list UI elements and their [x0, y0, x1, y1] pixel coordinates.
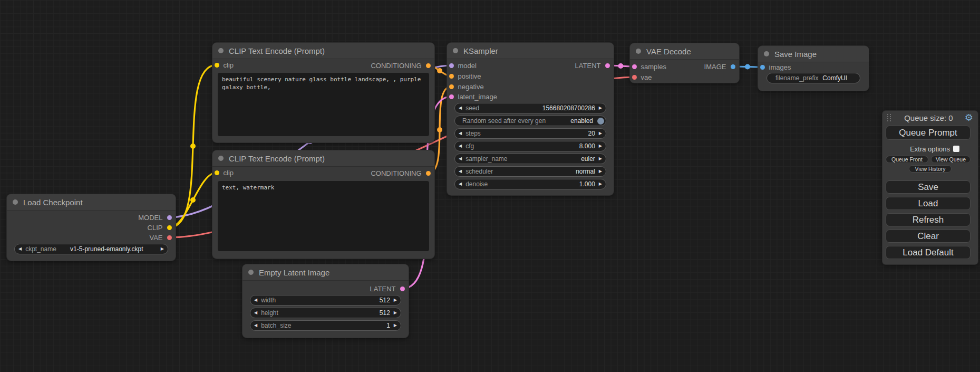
prompt-textarea[interactable]: text, watermark [218, 181, 429, 251]
clear-button[interactable]: Clear [886, 230, 971, 243]
collapse-dot-icon[interactable] [764, 51, 769, 56]
input-dot-negative[interactable] [449, 84, 454, 89]
increment-arrow-icon[interactable]: ▶ [157, 244, 168, 254]
decrement-arrow-icon[interactable]: ◀ [250, 295, 261, 306]
queue-prompt-button[interactable]: Queue Prompt [886, 126, 971, 140]
input-dot-latent_image[interactable] [449, 94, 454, 99]
decrement-arrow-icon[interactable]: ◀ [250, 308, 261, 318]
widget-batch_size[interactable]: ◀batch_size1▶ [250, 320, 401, 331]
increment-arrow-icon[interactable]: ▶ [595, 179, 606, 189]
decrement-arrow-icon[interactable]: ◀ [250, 320, 261, 331]
output-dot-model[interactable] [167, 215, 172, 220]
collapse-dot-icon[interactable] [218, 156, 224, 161]
input-dot-model[interactable] [449, 63, 454, 68]
node-clip-text-encode-negative[interactable]: CLIP Text Encode (Prompt)clipCONDITIONIN… [212, 150, 434, 259]
output-dot-clip[interactable] [167, 225, 172, 230]
input-slot-images[interactable]: images [760, 63, 791, 71]
gear-icon[interactable]: ⚙ [965, 113, 973, 122]
output-slot-clip[interactable]: CLIP [148, 223, 172, 232]
input-slot-samples[interactable]: samples [632, 62, 666, 71]
node-title-bar[interactable]: VAE Decode [630, 43, 739, 60]
output-dot-latent[interactable] [605, 63, 610, 68]
increment-arrow-icon[interactable]: ▶ [390, 320, 401, 331]
output-slot-latent[interactable]: LATENT [575, 61, 610, 70]
output-slot-latent[interactable]: LATENT [370, 284, 405, 293]
drag-handle-icon[interactable] [887, 114, 892, 121]
output-slot-conditioning[interactable]: CONDITIONING [371, 61, 430, 70]
output-dot-image[interactable] [731, 64, 735, 69]
prompt-textarea[interactable]: beautiful scenery nature glass bottle la… [218, 73, 429, 136]
decrement-arrow-icon[interactable]: ◀ [455, 141, 465, 151]
collapse-dot-icon[interactable] [453, 48, 458, 53]
view-history-button[interactable]: View History [909, 165, 952, 173]
widget-scheduler[interactable]: ◀schedulernormal▶ [454, 166, 606, 177]
increment-arrow-icon[interactable]: ▶ [390, 308, 401, 318]
input-slot-clip[interactable]: clip [215, 61, 234, 69]
toggle-dot[interactable] [597, 118, 604, 125]
input-dot-samples[interactable] [632, 64, 637, 69]
output-dot-conditioning[interactable] [426, 171, 431, 176]
output-dot-latent[interactable] [400, 287, 405, 291]
decrement-arrow-icon[interactable]: ◀ [455, 166, 465, 177]
output-slot-vae[interactable]: VAE [149, 233, 171, 242]
decrement-arrow-icon[interactable]: ◀ [455, 103, 465, 113]
collapse-dot-icon[interactable] [248, 270, 254, 275]
input-dot-clip[interactable] [215, 170, 219, 175]
output-dot-conditioning[interactable] [426, 63, 431, 68]
node-vae-decode[interactable]: VAE DecodesamplesvaeIMAGE [630, 43, 739, 83]
widget-steps[interactable]: ◀steps20▶ [454, 128, 606, 139]
widget-filename_prefix[interactable]: filename_prefixComfyUI [766, 73, 860, 83]
input-slot-positive[interactable]: positive [449, 72, 481, 80]
widget-random-seed-after-every-gen[interactable]: Random seed after every genenabled [454, 116, 606, 126]
node-title-bar[interactable]: Save Image [758, 46, 869, 62]
load-default-button[interactable]: Load Default [886, 246, 971, 259]
load-button[interactable]: Load [886, 197, 971, 210]
extra-options-checkbox[interactable] [953, 146, 959, 152]
decrement-arrow-icon[interactable]: ◀ [15, 244, 25, 254]
output-slot-image[interactable]: IMAGE [704, 62, 735, 71]
input-dot-positive[interactable] [449, 74, 454, 79]
output-slot-conditioning[interactable]: CONDITIONING [371, 169, 430, 177]
input-dot-clip[interactable] [215, 63, 219, 68]
widget-seed[interactable]: ◀seed156680208700286▶ [454, 103, 606, 113]
input-slot-latent_image[interactable]: latent_image [449, 92, 497, 101]
input-slot-model[interactable]: model [449, 61, 477, 70]
increment-arrow-icon[interactable]: ▶ [595, 103, 606, 113]
refresh-button[interactable]: Refresh [886, 213, 971, 226]
decrement-arrow-icon[interactable]: ◀ [455, 179, 465, 189]
node-load-checkpoint[interactable]: Load CheckpointMODELCLIPVAE◀ckpt_namev1-… [7, 194, 176, 261]
increment-arrow-icon[interactable]: ▶ [595, 141, 606, 151]
widget-ckpt_name[interactable]: ◀ckpt_namev1-5-pruned-emaonly.ckpt▶ [14, 244, 168, 254]
node-title-bar[interactable]: CLIP Text Encode (Prompt) [212, 43, 434, 59]
output-dot-vae[interactable] [167, 235, 172, 240]
input-dot-vae[interactable] [632, 75, 637, 80]
collapse-dot-icon[interactable] [218, 48, 224, 53]
widget-denoise[interactable]: ◀denoise1.000▶ [454, 179, 606, 189]
node-ksampler[interactable]: KSamplermodelpositivenegativelatent_imag… [447, 43, 614, 195]
widget-height[interactable]: ◀height512▶ [250, 308, 401, 318]
increment-arrow-icon[interactable]: ▶ [390, 295, 401, 306]
increment-arrow-icon[interactable]: ▶ [595, 128, 606, 139]
node-title-bar[interactable]: Empty Latent Image [242, 264, 409, 281]
collapse-dot-icon[interactable] [13, 199, 18, 205]
node-empty-latent-image[interactable]: Empty Latent ImageLATENT◀width512▶◀heigh… [242, 264, 409, 338]
node-title-bar[interactable]: Load Checkpoint [7, 194, 176, 211]
widget-width[interactable]: ◀width512▶ [250, 295, 401, 306]
decrement-arrow-icon[interactable]: ◀ [455, 128, 465, 139]
widget-sampler_name[interactable]: ◀sampler_nameeuler▶ [454, 154, 606, 164]
input-slot-vae[interactable]: vae [632, 73, 652, 81]
increment-arrow-icon[interactable]: ▶ [595, 166, 606, 177]
node-graph-canvas[interactable]: Load CheckpointMODELCLIPVAE◀ckpt_namev1-… [0, 0, 980, 372]
input-slot-negative[interactable]: negative [449, 82, 484, 91]
save-button[interactable]: Save [886, 180, 971, 194]
output-slot-model[interactable]: MODEL [138, 213, 171, 222]
node-title-bar[interactable]: CLIP Text Encode (Prompt) [212, 150, 434, 167]
node-title-bar[interactable]: KSampler [447, 43, 614, 59]
increment-arrow-icon[interactable]: ▶ [595, 154, 606, 164]
node-save-image[interactable]: Save Imageimagesfilename_prefixComfyUI [758, 46, 869, 91]
input-dot-images[interactable] [760, 65, 765, 70]
queue-front-button[interactable]: Queue Front [886, 156, 928, 163]
decrement-arrow-icon[interactable]: ◀ [455, 154, 465, 164]
widget-cfg[interactable]: ◀cfg8.000▶ [454, 141, 606, 151]
node-clip-text-encode-positive[interactable]: CLIP Text Encode (Prompt)clipCONDITIONIN… [212, 43, 434, 142]
